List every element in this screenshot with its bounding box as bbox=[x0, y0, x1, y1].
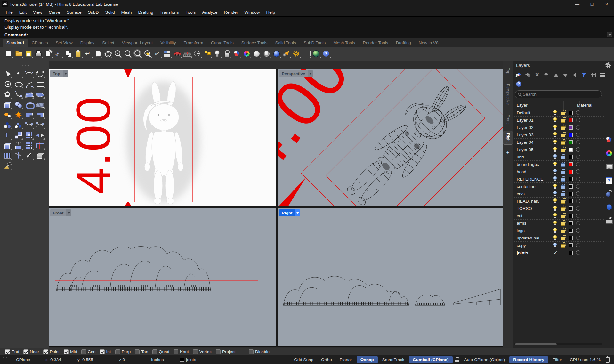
continue-curve-tool[interactable] bbox=[35, 120, 45, 129]
layer-color-swatch[interactable] bbox=[569, 229, 573, 233]
raytraced-viewport-icon[interactable] bbox=[272, 49, 281, 59]
block-tool[interactable] bbox=[35, 151, 45, 160]
move-up-icon[interactable] bbox=[553, 71, 560, 78]
blend-curve-tool[interactable] bbox=[24, 120, 34, 129]
layer-material-circle[interactable] bbox=[576, 199, 580, 203]
ortho-toggle[interactable]: Ortho bbox=[317, 356, 336, 363]
units-status[interactable]: Inches bbox=[151, 357, 180, 362]
four-viewports-icon[interactable] bbox=[163, 49, 172, 59]
object-color-tool[interactable] bbox=[3, 120, 12, 129]
layer-visibility-bulb-icon[interactable] bbox=[553, 191, 557, 196]
radius-measure-icon[interactable] bbox=[192, 49, 202, 59]
osnap-checkbox[interactable]: Knot bbox=[174, 349, 189, 354]
sphere-tool[interactable] bbox=[13, 100, 23, 109]
layer-color-swatch[interactable] bbox=[569, 118, 573, 122]
zoom-selected-icon[interactable] bbox=[143, 49, 152, 59]
layer-material-circle[interactable] bbox=[576, 221, 580, 225]
layer-lock-icon[interactable] bbox=[561, 110, 565, 115]
layer-row[interactable]: TORSO bbox=[513, 205, 604, 212]
chevron-down-icon[interactable] bbox=[63, 70, 68, 77]
layer-lock-icon[interactable] bbox=[561, 206, 565, 211]
layer-lock-icon[interactable] bbox=[561, 235, 565, 240]
layer-color-swatch[interactable] bbox=[569, 214, 573, 218]
osnap-checkbox[interactable]: Near bbox=[23, 349, 39, 354]
help-panel-icon[interactable] bbox=[605, 176, 613, 184]
maximize-button[interactable]: □ bbox=[585, 0, 599, 8]
circle-tool[interactable] bbox=[3, 79, 12, 88]
command-area[interactable]: Display mode set to "Wireframe".Display … bbox=[0, 16, 614, 38]
menu-item[interactable]: Surface bbox=[63, 8, 85, 16]
layer-row[interactable]: boundingbc bbox=[513, 161, 604, 168]
layer-visibility-bulb-icon[interactable] bbox=[553, 184, 557, 189]
named-views-icon[interactable] bbox=[173, 49, 182, 59]
rendered-viewport-icon[interactable] bbox=[262, 49, 271, 59]
layer-lock-icon[interactable] bbox=[561, 125, 565, 130]
menu-item[interactable]: Analyze bbox=[199, 8, 221, 16]
layer-material-circle[interactable] bbox=[576, 110, 580, 115]
layers-horizontal-scrollbar[interactable] bbox=[514, 343, 602, 345]
open-file-icon[interactable] bbox=[14, 49, 23, 59]
toolbar-tab[interactable]: Viewport Layout bbox=[118, 39, 157, 47]
current-layer-status[interactable]: joints bbox=[180, 357, 196, 362]
toolbar-tab[interactable]: Render Tools bbox=[359, 39, 392, 47]
layer-lock-icon[interactable] bbox=[561, 198, 565, 204]
checkbox[interactable] bbox=[135, 349, 140, 354]
explode-tool[interactable] bbox=[13, 110, 23, 119]
layer-row[interactable]: unrl bbox=[513, 153, 604, 161]
polygon-tool[interactable] bbox=[3, 90, 12, 99]
toolbar-tab[interactable]: Transform bbox=[180, 39, 207, 47]
lock-objects-icon[interactable] bbox=[222, 49, 232, 59]
layer-material-circle[interactable] bbox=[576, 250, 580, 255]
trim-tool[interactable] bbox=[24, 110, 34, 119]
osnap-checkbox[interactable]: Int bbox=[100, 349, 111, 354]
toolbar-tab[interactable]: Visibility bbox=[157, 39, 180, 47]
dimension-icon[interactable] bbox=[302, 49, 311, 59]
layers-help-icon[interactable] bbox=[515, 81, 522, 88]
command-popup-chevron-icon[interactable] bbox=[607, 32, 612, 37]
undo-view-change-icon[interactable] bbox=[153, 49, 162, 59]
layer-lock-icon[interactable] bbox=[561, 147, 565, 152]
new-layer-icon[interactable] bbox=[515, 71, 522, 78]
notifications-panel-icon[interactable] bbox=[605, 203, 613, 211]
layer-color-swatch[interactable] bbox=[569, 221, 573, 225]
layer-visibility-bulb-icon[interactable] bbox=[553, 198, 557, 204]
layer-lock-icon[interactable] bbox=[561, 176, 565, 182]
extrude-tool[interactable] bbox=[13, 141, 23, 150]
filter-icon[interactable] bbox=[580, 71, 587, 78]
skeleton-tool[interactable] bbox=[13, 151, 23, 160]
osnap-checkbox[interactable]: Project bbox=[216, 349, 236, 354]
layer-visibility-bulb-icon[interactable] bbox=[553, 228, 557, 233]
smarttrack-toggle[interactable]: SmartTrack bbox=[378, 356, 408, 363]
layer-color-swatch[interactable] bbox=[569, 111, 573, 115]
rectangular-array-tool[interactable] bbox=[24, 141, 34, 150]
menu-item[interactable]: Transform bbox=[157, 8, 182, 16]
layers-search-input[interactable]: Search bbox=[515, 90, 602, 98]
checkbox[interactable] bbox=[81, 349, 86, 354]
layer-lock-icon[interactable] bbox=[561, 162, 565, 167]
layer-row[interactable]: crvs bbox=[513, 190, 604, 198]
osnap-checkbox[interactable]: Perp bbox=[115, 349, 131, 354]
render-icon[interactable] bbox=[232, 49, 242, 59]
solid-box-tool[interactable] bbox=[3, 141, 12, 150]
move-scale-tool[interactable] bbox=[13, 131, 23, 140]
checkbox[interactable] bbox=[43, 349, 48, 354]
render-panel-icon[interactable] bbox=[605, 136, 613, 144]
layer-row[interactable]: HEAD, hair, bbox=[513, 198, 604, 205]
undo-icon[interactable] bbox=[83, 49, 93, 59]
array-tool[interactable] bbox=[24, 131, 34, 140]
filter-toggle[interactable]: Filter bbox=[549, 356, 566, 363]
layer-material-circle[interactable] bbox=[576, 191, 580, 196]
collapse-icon[interactable] bbox=[571, 71, 578, 78]
layer-row[interactable]: Layer 04 bbox=[513, 139, 604, 146]
layer-lock-icon[interactable] bbox=[561, 213, 565, 218]
ellipse-tool[interactable] bbox=[13, 79, 23, 88]
menu-item[interactable]: View bbox=[30, 8, 45, 16]
layer-color-swatch[interactable] bbox=[569, 243, 573, 247]
menu-item[interactable]: Mesh bbox=[118, 8, 135, 16]
layer-color-swatch[interactable] bbox=[569, 125, 573, 130]
layer-visibility-bulb-icon[interactable] bbox=[553, 235, 557, 240]
panel-menu-icon[interactable] bbox=[599, 71, 606, 78]
viewport-tab[interactable]: Right bbox=[503, 131, 513, 145]
layer-lock-icon[interactable] bbox=[561, 191, 565, 196]
gumball-toggle[interactable]: Gumball (CPlane) bbox=[409, 356, 453, 363]
